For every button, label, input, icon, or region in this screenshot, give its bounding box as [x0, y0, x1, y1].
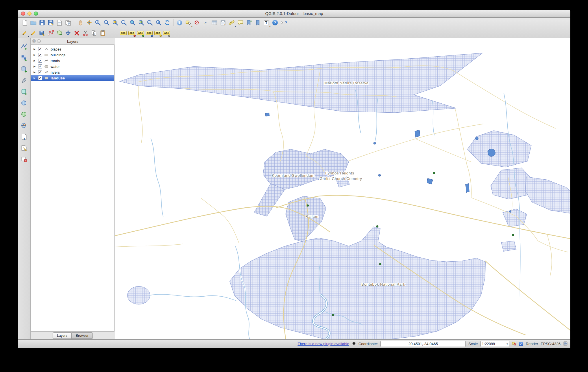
layer-label: landuse	[51, 76, 65, 80]
save-layer-edits-icon[interactable]	[38, 29, 46, 37]
render-suspend-icon[interactable]	[512, 341, 516, 347]
label-add-icon[interactable]: abc	[127, 29, 136, 37]
select-by-expression-icon[interactable]: ε	[201, 18, 210, 27]
label-move-icon[interactable]: abc	[145, 29, 154, 37]
layer-row-rivers[interactable]: ▶ ✓ rivers	[31, 69, 114, 75]
polygon-layer-icon	[44, 64, 49, 69]
pan-map-icon[interactable]	[76, 18, 85, 27]
touch-zoom-icon[interactable]	[85, 18, 93, 27]
move-feature-icon[interactable]	[64, 29, 72, 37]
label-rotate-icon[interactable]: abc	[154, 29, 162, 37]
zoom-native-icon[interactable]	[119, 18, 128, 27]
text-annotation-icon[interactable]: T▾	[262, 18, 271, 27]
save-project-icon[interactable]	[38, 18, 46, 27]
zoom-next-icon[interactable]	[154, 18, 163, 27]
layer-checkbox[interactable]: ✓	[38, 76, 42, 80]
node-tool-icon[interactable]	[46, 29, 55, 37]
add-mssql-layer-icon[interactable]	[20, 87, 29, 96]
scale-label: Scale	[468, 342, 478, 346]
layer-label: roads	[51, 59, 60, 63]
labeling-icon[interactable]: abc	[119, 29, 127, 37]
zoom-last-icon[interactable]	[145, 18, 154, 27]
render-checkbox[interactable]: ✓	[519, 342, 523, 346]
select-features-icon[interactable]: ▾	[184, 18, 193, 27]
layer-checkbox[interactable]: ✓	[38, 47, 42, 51]
layer-checkbox[interactable]: ✓	[38, 53, 42, 57]
map-label-railton: Railton	[305, 214, 318, 219]
add-wfs-layer-icon[interactable]	[20, 121, 29, 130]
layers-panel-title: Layers	[67, 39, 78, 44]
expand-arrow-icon[interactable]: ▶	[34, 48, 36, 51]
layer-checkbox[interactable]: ✓	[38, 64, 42, 68]
zoom-out-icon[interactable]	[102, 18, 111, 27]
expand-arrow-icon[interactable]: ▶	[34, 71, 36, 74]
panel-close-icon[interactable]: ×	[32, 39, 36, 43]
attribute-table-icon[interactable]	[210, 18, 219, 27]
copy-features-icon[interactable]	[90, 29, 98, 37]
new-bookmark-icon[interactable]	[245, 18, 253, 27]
measure-icon[interactable]: ▾	[227, 18, 236, 27]
add-feature-icon[interactable]	[55, 29, 64, 37]
whats-this-icon[interactable]: ?	[279, 18, 288, 27]
zoom-full-icon[interactable]	[111, 18, 119, 27]
save-project-as-icon[interactable]	[46, 18, 55, 27]
add-wcs-layer-icon[interactable]	[20, 110, 29, 118]
zoom-window-button[interactable]	[34, 12, 38, 16]
remove-layer-icon[interactable]	[20, 155, 29, 163]
new-composer-icon[interactable]	[55, 18, 64, 27]
add-delimited-text-layer-icon[interactable]: ,	[20, 132, 29, 141]
composer-manager-icon[interactable]	[64, 18, 72, 27]
toggle-editing-icon[interactable]	[29, 29, 38, 37]
tab-layers[interactable]: Layers	[53, 332, 72, 339]
expand-arrow-icon[interactable]: ▶	[34, 65, 36, 68]
urban-strip-southwest	[254, 183, 285, 216]
new-shapefile-layer-icon[interactable]	[20, 144, 29, 152]
label-properties-icon[interactable]: abc	[162, 29, 171, 37]
add-spatialite-layer-icon[interactable]	[20, 76, 29, 85]
add-raster-layer-icon[interactable]	[20, 53, 29, 62]
add-wms-layer-icon[interactable]	[20, 98, 29, 107]
identify-icon[interactable]: i	[175, 18, 184, 27]
scale-combo[interactable]: 1:22088 ▾	[480, 341, 509, 347]
expand-arrow-icon[interactable]: ▶	[34, 53, 36, 56]
add-postgis-layer-icon[interactable]	[20, 65, 29, 73]
zoom-in-icon[interactable]	[93, 18, 102, 27]
add-vector-layer-icon[interactable]	[20, 42, 29, 51]
layer-row-places[interactable]: ▶ ✓ places	[31, 46, 114, 52]
zoom-to-layer-icon[interactable]	[137, 18, 145, 27]
field-calculator-icon[interactable]	[219, 18, 227, 27]
help-icon[interactable]: ?	[271, 18, 279, 27]
refresh-icon[interactable]	[163, 18, 171, 27]
crs-status-icon[interactable]	[563, 341, 567, 347]
expand-arrow-icon[interactable]: ▶	[34, 77, 36, 79]
delete-selected-icon[interactable]	[72, 29, 81, 37]
layer-row-buildings[interactable]: ▶ ✓ buildings	[31, 52, 114, 58]
layer-checkbox[interactable]: ✓	[38, 59, 42, 63]
point-layer-icon	[44, 47, 49, 51]
map-tips-icon[interactable]	[236, 18, 245, 27]
cut-features-icon[interactable]	[81, 29, 90, 37]
titlebar[interactable]: QGIS 2.0.1-Dufour – basic_map	[18, 10, 570, 18]
panel-detach-icon[interactable]	[37, 39, 41, 43]
new-project-icon[interactable]	[20, 18, 29, 27]
label-show-hide-icon[interactable]: abc	[136, 29, 145, 37]
close-window-button[interactable]	[21, 12, 25, 16]
minimize-window-button[interactable]	[27, 12, 32, 16]
coordinate-input[interactable]	[380, 341, 466, 347]
layer-row-landuse[interactable]: ▶ ✓ landuse	[31, 75, 114, 81]
layer-checkbox[interactable]: ✓	[38, 70, 42, 74]
tab-browser[interactable]: Browser	[72, 332, 93, 339]
zoom-to-selection-icon[interactable]	[128, 18, 137, 27]
place-point	[307, 204, 309, 207]
layer-row-roads[interactable]: ▶ ✓ roads	[31, 58, 114, 64]
show-bookmarks-icon[interactable]	[253, 18, 262, 27]
paste-features-icon[interactable]	[98, 29, 107, 37]
map-canvas[interactable]: Marloth Nature Reserve Koornland Swellen…	[115, 38, 570, 339]
plugin-available-link[interactable]: There is a new plugin available	[297, 342, 349, 346]
expand-arrow-icon[interactable]: ▶	[34, 59, 36, 62]
layer-row-water[interactable]: ▶ ✓ water	[31, 64, 114, 69]
plugin-icon[interactable]	[352, 341, 356, 346]
deselect-features-icon[interactable]	[193, 18, 201, 27]
open-project-icon[interactable]	[29, 18, 38, 27]
current-edits-icon[interactable]: ▾	[20, 29, 29, 37]
